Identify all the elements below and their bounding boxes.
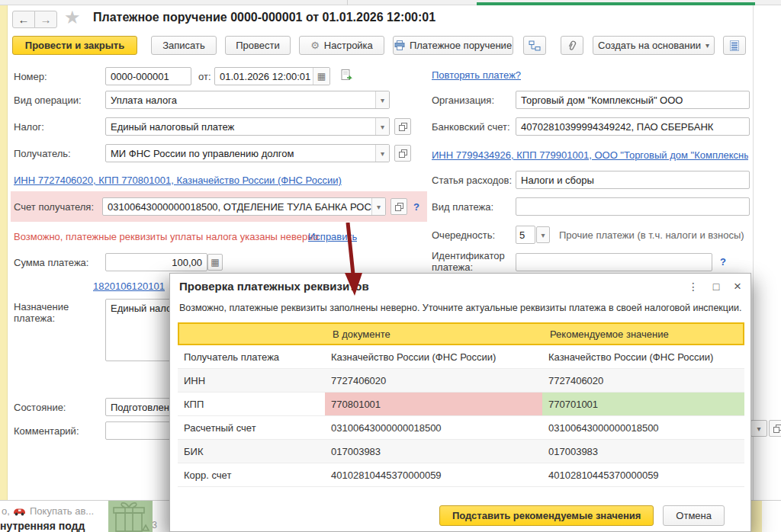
payment-kind-input[interactable] [516, 197, 750, 216]
recipient-account-select[interactable]: 03100643000000018500, ОТДЕЛЕНИЕ ТУЛА БАН… [102, 197, 386, 216]
tax-select[interactable]: Единый налоговый платеж ▾ [105, 117, 390, 136]
row-doc-value: Казначейство России (ФНС России) [325, 345, 542, 368]
related-documents-icon [529, 40, 541, 51]
payment-id-label: Идентификатор платежа: [432, 250, 511, 273]
hidden-field-open-button[interactable] [769, 420, 781, 437]
operation-kind-value: Уплата налога [106, 95, 375, 106]
chevron-down-icon[interactable]: ▾ [375, 145, 389, 162]
priority-input[interactable]: 5 [516, 226, 535, 244]
chat-item-prefix: о, [2, 505, 10, 517]
create-based-on-button[interactable]: Создать на основании ▾ [593, 36, 715, 55]
amount-label: Сумма платежа: [14, 257, 88, 268]
tax-open-button[interactable] [394, 118, 411, 135]
dialog-maximize-icon[interactable]: □ [707, 279, 725, 294]
table-row: Расчетный счет 03100643000000018500 0310… [178, 416, 744, 440]
chevron-down-icon[interactable]: ▾ [371, 198, 385, 215]
gift-doodle-icon [108, 501, 153, 532]
organization-inn-link[interactable]: ИНН 7799434926, КПП 779901001, ООО "Торг… [432, 149, 748, 161]
purpose-label: Назначение платежа: [14, 301, 84, 324]
settings-button[interactable]: ⚙ Настройка [299, 36, 384, 55]
repeat-payment-link[interactable]: Повторять платеж? [432, 69, 521, 81]
back-button[interactable]: ← [12, 11, 35, 28]
apply-recommended-button[interactable]: Подставить рекомендуемые значения [439, 505, 654, 526]
printer-icon [394, 40, 405, 50]
print-payment-order-button[interactable]: Платежное поручение [393, 36, 513, 55]
expense-item-input[interactable]: Налоги и сборы [516, 171, 750, 189]
bottom-right-strip [751, 501, 762, 532]
favorite-star-icon[interactable]: ★ [64, 7, 81, 28]
amount-input[interactable]: 100,00 [105, 253, 207, 271]
create-based-on-label: Создать на основании [598, 40, 701, 51]
amount-value: 100,00 [106, 257, 207, 268]
expense-item-label: Статья расходов: [432, 175, 512, 186]
set-number-icon[interactable] [340, 69, 355, 83]
screen: ← → ★ Платежное поручение 0000-000001 от… [0, 0, 781, 532]
date-input[interactable]: 01.01.2026 12:00:01 ▦ [214, 67, 330, 85]
check-requisites-dialog: Проверка платежных реквизитов ⋮ □ × Возм… [169, 273, 751, 532]
hidden-field-dropdown-button[interactable]: ▾ [750, 420, 767, 437]
chevron-down-icon[interactable]: ▾ [375, 118, 389, 135]
requisites-warning-text: Возможно, платежные реквизиты уплаты нал… [14, 231, 319, 242]
number-input[interactable]: 0000-000001 [105, 67, 191, 85]
back-arrow-icon: ← [18, 13, 30, 26]
background-chat-wallpaper [108, 501, 153, 532]
header-recommended: Рекомендуемое значение [544, 328, 743, 340]
recipient-open-button[interactable] [394, 145, 411, 162]
chevron-down-icon: ▾ [541, 231, 545, 239]
recipient-select[interactable]: МИ ФНС России по управлению долгом ▾ [105, 144, 390, 162]
table-row: Получатель платежа Казначейство России (… [178, 345, 744, 369]
forward-button[interactable]: → [34, 11, 57, 28]
post-and-close-button[interactable]: Провести и закрыть [12, 36, 137, 55]
header-in-document: В документе [326, 328, 544, 340]
payment-id-input[interactable] [516, 253, 712, 271]
operation-kind-label: Вид операции: [14, 95, 82, 106]
chevron-down-icon: ▾ [757, 425, 760, 433]
chat-item-title-2[interactable]: нутренняя подд [0, 520, 85, 532]
organization-input[interactable]: Торговый дом "Комплексный" ООО [516, 91, 750, 109]
operation-kind-select[interactable]: Уплата налога ▾ [105, 91, 390, 109]
expense-item-value: Налоги и сборы [516, 175, 749, 186]
recipient-value: МИ ФНС России по управлению долгом [106, 148, 375, 159]
row-doc-value-bad: 770801001 [325, 393, 542, 415]
chat-item-title[interactable]: Покупать ав... [30, 505, 94, 517]
payment-id-help-icon[interactable]: ? [720, 256, 726, 268]
payment-kind-label: Вид платежа: [432, 201, 493, 213]
recipient-inn-link[interactable]: ИНН 7727406020, КПП 770801001, Казначейс… [14, 175, 342, 186]
row-name: БИК [178, 440, 325, 463]
organization-label: Организация: [432, 95, 494, 106]
save-button[interactable]: Записать [151, 36, 217, 55]
calculator-button[interactable]: ▦ [207, 254, 223, 271]
dialog-close-icon[interactable]: × [728, 279, 747, 294]
table-row: Корр. счет 40102810445370000059 40102810… [178, 463, 744, 487]
gear-icon: ⚙ [310, 40, 320, 51]
calendar-icon[interactable]: ▦ [313, 68, 329, 85]
reports-button[interactable] [723, 36, 746, 55]
recipient-account-value: 03100643000000018500, ОТДЕЛЕНИЕ ТУЛА БАН… [103, 201, 371, 213]
recipient-account-label: Счет получателя: [14, 201, 94, 213]
paperclip-icon [567, 40, 577, 51]
cancel-button[interactable]: Отмена [663, 505, 725, 526]
priority-dropdown-button[interactable]: ▾ [536, 226, 550, 243]
recipient-account-open-button[interactable] [390, 198, 407, 215]
priority-hint: Прочие платежи (в т.ч. налоги и взносы) [559, 229, 744, 241]
bank-account-input[interactable]: 40702810399994349242, ПАО СБЕРБАНК [516, 117, 750, 136]
kbk-link[interactable]: 1820106120101 [93, 280, 169, 292]
dialog-more-icon[interactable]: ⋮ [684, 279, 702, 294]
dialog-message: Возможно, платежные реквизиты заполнены … [179, 303, 741, 313]
chevron-down-icon[interactable]: ▾ [375, 91, 389, 108]
number-label: Номер: [14, 71, 47, 82]
priority-label: Очередность: [432, 229, 495, 241]
post-button[interactable]: Провести [225, 36, 291, 55]
date-label: от: [198, 71, 211, 82]
row-rec-value-good: 770701001 [542, 393, 744, 415]
related-documents-button[interactable] [523, 36, 546, 55]
attachments-button[interactable] [561, 36, 583, 55]
top-green-bar [477, 2, 755, 5]
recipient-label: Получатель: [14, 148, 71, 159]
open-icon [399, 123, 407, 131]
open-icon [395, 203, 403, 211]
top-strip-separator [347, 0, 348, 5]
row-rec-value: 7727406020 [542, 369, 744, 392]
recipient-account-help-icon[interactable]: ? [413, 201, 419, 213]
calculator-icon: ▦ [211, 257, 219, 268]
